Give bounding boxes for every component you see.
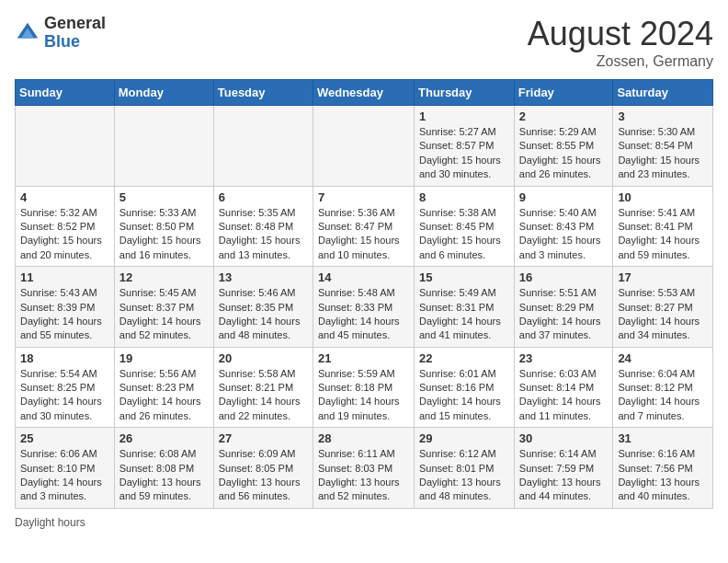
sunrise-text: Sunrise: 5:29 AM (519, 125, 609, 139)
day-info: Sunrise: 5:38 AM Sunset: 8:45 PM Dayligh… (419, 206, 509, 263)
day-info: Sunrise: 6:11 AM Sunset: 8:03 PM Dayligh… (318, 447, 409, 504)
calendar-cell: 24 Sunrise: 6:04 AM Sunset: 8:12 PM Dayl… (613, 347, 713, 428)
day-info: Sunrise: 5:40 AM Sunset: 8:43 PM Dayligh… (519, 206, 609, 263)
sunrise-text: Sunrise: 6:04 AM (618, 367, 708, 381)
day-number: 26 (119, 431, 209, 445)
calendar-cell: 6 Sunrise: 5:35 AM Sunset: 8:48 PM Dayli… (213, 186, 313, 267)
day-number: 15 (419, 270, 509, 284)
sunset-text: Sunset: 8:05 PM (219, 462, 308, 476)
calendar-day-header: Sunday (16, 80, 115, 106)
sunset-text: Sunset: 8:25 PM (20, 381, 109, 395)
title-block: August 2024 Zossen, Germany (528, 15, 713, 70)
calendar-week-row: 1 Sunrise: 5:27 AM Sunset: 8:57 PM Dayli… (16, 106, 713, 187)
calendar-day-header: Monday (114, 80, 213, 106)
day-number: 2 (519, 109, 609, 123)
day-number: 27 (219, 431, 308, 445)
location-text: Zossen, Germany (528, 53, 713, 70)
calendar-cell: 19 Sunrise: 5:56 AM Sunset: 8:23 PM Dayl… (114, 347, 213, 428)
calendar-day-header: Tuesday (213, 80, 313, 106)
sunset-text: Sunset: 8:43 PM (519, 220, 609, 234)
day-info: Sunrise: 6:06 AM Sunset: 8:10 PM Dayligh… (20, 447, 109, 504)
calendar-week-row: 4 Sunrise: 5:32 AM Sunset: 8:52 PM Dayli… (16, 186, 713, 267)
calendar-cell: 18 Sunrise: 5:54 AM Sunset: 8:25 PM Dayl… (16, 347, 115, 428)
daylight-text: Daylight: 13 hours and 40 minutes. (618, 476, 708, 504)
sunrise-text: Sunrise: 6:12 AM (419, 447, 509, 461)
daylight-hours-label: Daylight hours (15, 516, 85, 529)
day-number: 16 (519, 270, 609, 284)
daylight-text: Daylight: 15 hours and 23 minutes. (618, 154, 708, 182)
sunrise-text: Sunrise: 5:46 AM (219, 286, 308, 300)
calendar-cell: 2 Sunrise: 5:29 AM Sunset: 8:55 PM Dayli… (514, 106, 613, 187)
logo-general-text: General (44, 15, 106, 33)
calendar-cell: 27 Sunrise: 6:09 AM Sunset: 8:05 PM Dayl… (213, 428, 313, 509)
day-number: 19 (119, 351, 209, 365)
day-info: Sunrise: 5:27 AM Sunset: 8:57 PM Dayligh… (419, 125, 509, 182)
sunset-text: Sunset: 8:39 PM (20, 301, 109, 315)
sunrise-text: Sunrise: 6:16 AM (618, 447, 708, 461)
day-number: 8 (419, 190, 509, 204)
sunset-text: Sunset: 8:01 PM (419, 462, 509, 476)
calendar-cell: 28 Sunrise: 6:11 AM Sunset: 8:03 PM Dayl… (313, 428, 414, 509)
daylight-text: Daylight: 15 hours and 30 minutes. (419, 154, 509, 182)
daylight-text: Daylight: 13 hours and 52 minutes. (318, 476, 409, 504)
day-info: Sunrise: 5:43 AM Sunset: 8:39 PM Dayligh… (20, 286, 109, 343)
day-number: 10 (618, 190, 708, 204)
day-number: 1 (419, 109, 509, 123)
day-number: 4 (20, 190, 109, 204)
day-info: Sunrise: 5:36 AM Sunset: 8:47 PM Dayligh… (318, 206, 409, 263)
daylight-text: Daylight: 13 hours and 56 minutes. (219, 476, 308, 504)
day-number: 18 (20, 351, 109, 365)
day-info: Sunrise: 6:03 AM Sunset: 8:14 PM Dayligh… (519, 367, 609, 424)
sunrise-text: Sunrise: 5:43 AM (20, 286, 109, 300)
day-number: 11 (20, 270, 109, 284)
daylight-text: Daylight: 14 hours and 22 minutes. (219, 395, 308, 423)
sunrise-text: Sunrise: 5:56 AM (119, 367, 209, 381)
day-info: Sunrise: 5:58 AM Sunset: 8:21 PM Dayligh… (219, 367, 308, 424)
day-number: 23 (519, 351, 609, 365)
sunset-text: Sunset: 8:48 PM (219, 220, 308, 234)
calendar-cell: 21 Sunrise: 5:59 AM Sunset: 8:18 PM Dayl… (313, 347, 414, 428)
sunset-text: Sunset: 8:29 PM (519, 301, 609, 315)
sunset-text: Sunset: 8:55 PM (519, 139, 609, 153)
calendar-cell: 25 Sunrise: 6:06 AM Sunset: 8:10 PM Dayl… (16, 428, 115, 509)
day-info: Sunrise: 5:48 AM Sunset: 8:33 PM Dayligh… (318, 286, 409, 343)
sunrise-text: Sunrise: 6:08 AM (119, 447, 209, 461)
calendar-week-row: 25 Sunrise: 6:06 AM Sunset: 8:10 PM Dayl… (16, 428, 713, 509)
month-year-title: August 2024 (528, 15, 713, 53)
sunrise-text: Sunrise: 5:36 AM (318, 206, 409, 220)
sunrise-text: Sunrise: 5:59 AM (318, 367, 409, 381)
daylight-text: Daylight: 14 hours and 19 minutes. (318, 395, 409, 423)
logo: General Blue (15, 15, 106, 52)
sunrise-text: Sunrise: 5:45 AM (119, 286, 209, 300)
daylight-text: Daylight: 14 hours and 52 minutes. (119, 315, 209, 343)
day-number: 20 (219, 351, 308, 365)
day-number: 25 (20, 431, 109, 445)
day-number: 31 (618, 431, 708, 445)
footer-note: Daylight hours (15, 516, 713, 529)
day-info: Sunrise: 6:08 AM Sunset: 8:08 PM Dayligh… (119, 447, 209, 504)
day-number: 7 (318, 190, 409, 204)
day-info: Sunrise: 5:56 AM Sunset: 8:23 PM Dayligh… (119, 367, 209, 424)
daylight-text: Daylight: 15 hours and 3 minutes. (519, 234, 609, 262)
calendar-cell: 11 Sunrise: 5:43 AM Sunset: 8:39 PM Dayl… (16, 267, 115, 348)
day-info: Sunrise: 5:54 AM Sunset: 8:25 PM Dayligh… (20, 367, 109, 424)
sunrise-text: Sunrise: 5:54 AM (20, 367, 109, 381)
day-number: 9 (519, 190, 609, 204)
daylight-text: Daylight: 15 hours and 13 minutes. (219, 234, 308, 262)
sunset-text: Sunset: 8:50 PM (119, 220, 209, 234)
calendar-day-header: Wednesday (313, 80, 414, 106)
calendar-cell: 4 Sunrise: 5:32 AM Sunset: 8:52 PM Dayli… (16, 186, 115, 267)
sunset-text: Sunset: 8:10 PM (20, 462, 109, 476)
daylight-text: Daylight: 14 hours and 41 minutes. (419, 315, 509, 343)
day-info: Sunrise: 5:41 AM Sunset: 8:41 PM Dayligh… (618, 206, 708, 263)
sunset-text: Sunset: 8:03 PM (318, 462, 409, 476)
calendar-cell (313, 106, 414, 187)
sunrise-text: Sunrise: 5:35 AM (219, 206, 308, 220)
daylight-text: Daylight: 13 hours and 48 minutes. (419, 476, 509, 504)
day-number: 13 (219, 270, 308, 284)
sunset-text: Sunset: 8:27 PM (618, 301, 708, 315)
day-number: 14 (318, 270, 409, 284)
daylight-text: Daylight: 15 hours and 16 minutes. (119, 234, 209, 262)
sunrise-text: Sunrise: 5:48 AM (318, 286, 409, 300)
calendar-day-header: Saturday (613, 80, 713, 106)
